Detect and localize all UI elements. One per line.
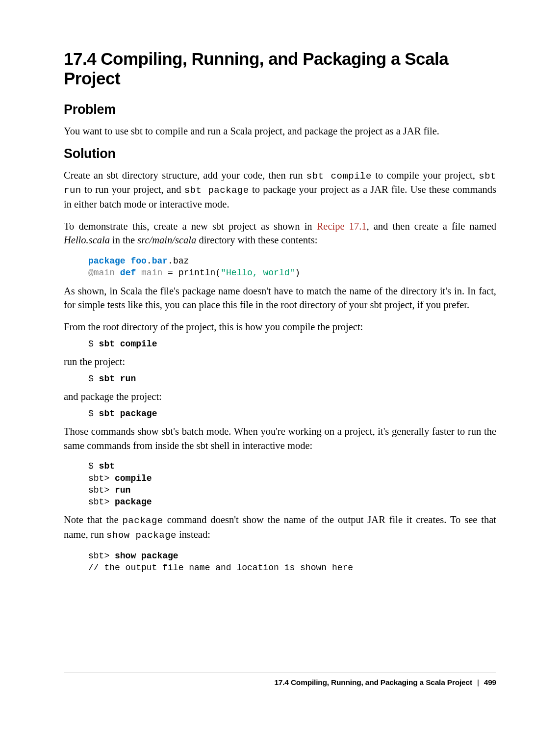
text-fragment: instead: <box>177 529 210 540</box>
solution-p8: Note that the package command doesn't sh… <box>64 513 496 542</box>
inline-code: package <box>122 515 163 526</box>
problem-text: You want to use sbt to compile and run a… <box>64 124 496 138</box>
string-literal: "Hello, world" <box>221 268 295 278</box>
keyword-package: package <box>88 256 126 266</box>
shell-command-run: $ sbt run <box>88 373 496 385</box>
solution-p5: run the project: <box>64 355 496 369</box>
code-fragment: ) <box>295 268 300 278</box>
footer-section-title: 17.4 Compiling, Running, and Packaging a… <box>274 678 472 686</box>
shell-command: sbt compile <box>99 339 157 349</box>
shell-command: sbt <box>99 461 115 471</box>
section-title: 17.4 Compiling, Running, and Packaging a… <box>64 49 496 88</box>
scala-code-block: package foo.bar.baz @main def main = pri… <box>88 255 496 279</box>
inline-code: show package <box>106 530 177 541</box>
sbt-command: package <box>115 497 152 507</box>
interactive-shell-block: $ sbt sbt> compile sbt> run sbt> package <box>88 460 496 508</box>
text-fragment: to run your project, and <box>81 184 184 195</box>
code-comment: // the output file name and location is … <box>88 563 353 573</box>
shell-prompt: $ <box>88 461 99 471</box>
sbt-prompt: sbt> <box>88 551 115 561</box>
directory-name: src/main/scala <box>137 235 196 245</box>
shell-prompt: $ <box>88 339 99 349</box>
inline-code: sbt compile <box>306 171 372 182</box>
shell-prompt: $ <box>88 409 99 419</box>
code-fragment: = println( <box>162 268 221 278</box>
identifier-foo: foo <box>130 256 146 266</box>
text-fragment: Note that the <box>64 514 122 525</box>
shell-command: sbt package <box>99 409 157 419</box>
sbt-prompt: sbt> <box>88 497 115 507</box>
keyword-def: def <box>120 268 136 278</box>
inline-code: sbt package <box>184 185 249 196</box>
footer-separator: | <box>477 678 479 686</box>
footer-page-number: 499 <box>484 678 496 686</box>
sbt-command: show package <box>115 551 178 561</box>
problem-heading: Problem <box>64 102 496 117</box>
solution-p4: From the root directory of the project, … <box>64 320 496 334</box>
text-fragment: in the <box>110 235 137 245</box>
solution-p1: Create an sbt directory structure, add y… <box>64 168 496 211</box>
solution-p6: and package the project: <box>64 390 496 404</box>
text-fragment: to compile your project, <box>372 170 479 181</box>
text-fragment: To demonstrate this, create a new sbt pr… <box>64 221 317 232</box>
shell-command: sbt run <box>99 374 136 384</box>
identifier-bar: bar <box>152 256 168 266</box>
shell-command-compile: $ sbt compile <box>88 338 496 350</box>
function-name: main <box>141 268 162 278</box>
dot: . <box>147 256 152 266</box>
recipe-link[interactable]: Recipe 17.1 <box>317 221 367 232</box>
text-fragment: directory with these contents: <box>196 235 317 245</box>
shell-command-package: $ sbt package <box>88 408 496 420</box>
solution-p7: Those commands show sbt's batch mode. Wh… <box>64 424 496 452</box>
text-fragment: , and then create a file named <box>367 221 496 232</box>
solution-p2: To demonstrate this, create a new sbt pr… <box>64 219 496 247</box>
sbt-prompt: sbt> <box>88 473 115 483</box>
shell-prompt: $ <box>88 374 99 384</box>
show-package-block: sbt> show package // the output file nam… <box>88 550 496 574</box>
sbt-prompt: sbt> <box>88 485 115 495</box>
sbt-command: run <box>115 485 130 495</box>
annotation-main: @main <box>88 268 115 278</box>
page-footer: 17.4 Compiling, Running, and Packaging a… <box>64 673 496 687</box>
solution-heading: Solution <box>64 146 496 161</box>
filename: Hello.scala <box>64 235 110 245</box>
identifier-baz: baz <box>173 256 189 266</box>
solution-p3: As shown, in Scala the file's package na… <box>64 284 496 312</box>
sbt-command: compile <box>115 473 152 483</box>
dot: . <box>168 256 173 266</box>
text-fragment: Create an sbt directory structure, add y… <box>64 170 306 181</box>
